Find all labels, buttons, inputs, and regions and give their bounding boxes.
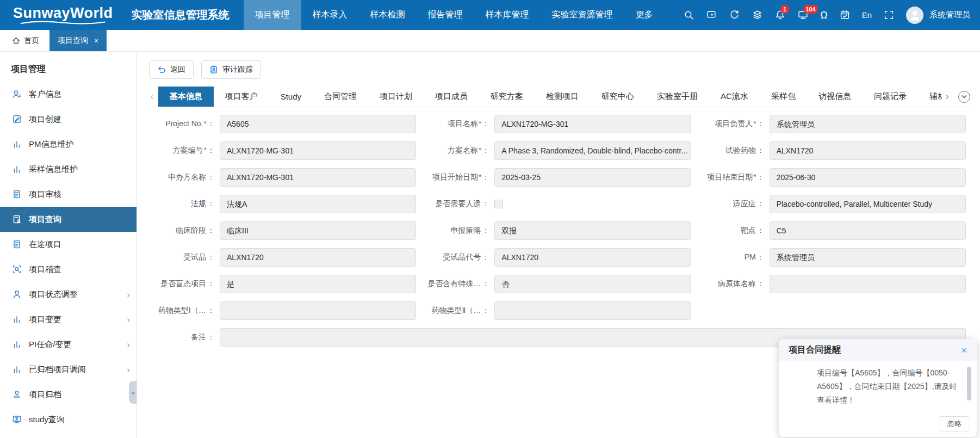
notification-body: 项目编号【A5605】，合同编号【0050-A5605】，合同结束日期【2025… xyxy=(779,361,977,416)
field-input[interactable]: 临床III xyxy=(220,221,416,240)
search-icon[interactable] xyxy=(683,9,694,21)
sidebar-item-4[interactable]: 项目审核 xyxy=(0,182,137,207)
detail-tab-0[interactable]: 基本信息 xyxy=(158,87,214,107)
app-logo[interactable]: SunwayWorld xyxy=(13,5,113,25)
sidebar-item-9[interactable]: 项目变更› xyxy=(0,307,137,332)
scan-icon xyxy=(12,264,22,274)
detail-tab-2[interactable]: Study xyxy=(269,87,313,107)
top-nav-item-1[interactable]: 样本录入 xyxy=(301,0,359,30)
field-input[interactable]: 2025-03-25 xyxy=(494,168,691,187)
scrollbar-thumb[interactable] xyxy=(967,367,971,400)
notification-footer: 忽略 xyxy=(779,416,977,437)
field-input[interactable]: Placebo-controlled, Parallel, Multicente… xyxy=(770,195,966,213)
sidebar-item-label: 项目稽查 xyxy=(29,264,61,275)
language-toggle[interactable]: En xyxy=(862,10,872,20)
calendar-check-icon[interactable] xyxy=(839,9,851,21)
field-input[interactable]: 系统管理员 xyxy=(770,248,966,267)
sidebar-item-11[interactable]: 已归档项目调阅› xyxy=(0,357,137,382)
field-input[interactable] xyxy=(494,301,691,320)
detail-tab-10[interactable]: AC流水 xyxy=(709,87,760,107)
sidebar-item-3[interactable]: 采样信息维护 xyxy=(0,157,137,182)
layers-icon[interactable] xyxy=(752,9,763,21)
detail-tab-5[interactable]: 项目成员 xyxy=(424,87,479,107)
detail-tab-13[interactable]: 问题记录 xyxy=(863,87,918,107)
detail-tab-4[interactable]: 项目计划 xyxy=(368,87,424,107)
field-input[interactable]: 双报 xyxy=(494,221,691,240)
sidebar-item-10[interactable]: PI任命/变更› xyxy=(0,332,137,357)
field-input[interactable]: 法规A xyxy=(220,195,416,213)
label-colon: ： xyxy=(482,306,489,314)
field-input[interactable]: ALXN1720 xyxy=(494,248,691,267)
back-button[interactable]: 返回 xyxy=(149,60,194,79)
field-input[interactable]: C5 xyxy=(770,221,966,240)
chart-icon xyxy=(12,139,22,149)
ignore-button[interactable]: 忽略 xyxy=(939,416,970,431)
bell-icon[interactable]: 1 xyxy=(774,9,786,21)
page-tab-active[interactable]: 项目查询 × xyxy=(49,30,107,51)
field-input[interactable]: ALXN1720 xyxy=(220,248,416,267)
top-nav-item-6[interactable]: 更多 xyxy=(624,0,665,30)
detail-tab-14[interactable]: 辅材信 xyxy=(918,87,942,107)
sidebar-item-label: 项目查询 xyxy=(29,214,61,225)
board-cursor-icon[interactable] xyxy=(706,9,717,21)
logo-wave xyxy=(13,20,113,25)
form-field: 临床阶段：临床III xyxy=(149,221,424,240)
detail-tab-9[interactable]: 实验室手册 xyxy=(646,87,709,107)
detail-tab-3[interactable]: 合同管理 xyxy=(313,87,368,107)
label-colon: ： xyxy=(482,146,489,155)
detail-tab-7[interactable]: 检测项目 xyxy=(535,87,590,107)
detail-tab-6[interactable]: 研究方案 xyxy=(479,87,535,107)
top-nav-item-5[interactable]: 实验室资源管理 xyxy=(541,0,624,30)
detail-tab-12[interactable]: 访视信息 xyxy=(807,87,863,107)
sidebar-item-1[interactable]: 项目创建 xyxy=(0,107,137,132)
collapse-tabs-icon[interactable] xyxy=(958,91,970,103)
top-nav-item-2[interactable]: 样本检测 xyxy=(359,0,417,30)
field-input[interactable]: ALXN1720-MG-301 xyxy=(220,168,416,187)
sidebar-item-0[interactable]: 客户信息 xyxy=(0,82,137,107)
screen-share-icon[interactable]: 104 xyxy=(797,9,809,21)
sidebar-item-14[interactable]: 项目问题管理 xyxy=(0,432,137,438)
avatar[interactable] xyxy=(906,7,923,24)
field-input[interactable]: 系统管理员 xyxy=(770,115,966,133)
close-icon[interactable]: × xyxy=(94,37,98,45)
omega-icon[interactable]: Ω xyxy=(820,10,827,20)
sidebar-collapse-handle[interactable]: ◂ xyxy=(129,381,137,404)
checkbox-unchecked[interactable] xyxy=(494,200,503,208)
fullscreen-icon[interactable] xyxy=(883,9,895,21)
field-input[interactable]: 否 xyxy=(494,275,691,293)
audit-trail-button[interactable]: 审计跟踪 xyxy=(201,60,261,79)
close-icon[interactable]: × xyxy=(961,346,967,355)
sidebar-item-12[interactable]: 项目归档 xyxy=(0,382,137,407)
detail-tab-label: AC流水 xyxy=(721,91,748,102)
home-tab[interactable]: 首页 xyxy=(0,30,49,51)
top-nav-label: 样本库管理 xyxy=(486,9,529,21)
field-input[interactable] xyxy=(770,275,966,293)
user-menu[interactable]: 系统管理员 xyxy=(929,10,970,20)
sidebar-item-7[interactable]: 项目稽查 xyxy=(0,257,137,282)
field-input[interactable]: A5605 xyxy=(220,115,416,133)
sidebar-item-2[interactable]: PM信息维护 xyxy=(0,132,137,157)
tabs-scroll-right-icon[interactable]: › xyxy=(942,90,950,103)
field-input[interactable]: 是 xyxy=(220,275,416,293)
field-input[interactable]: ALXN1720 xyxy=(770,141,966,160)
refresh-icon[interactable] xyxy=(729,9,740,21)
detail-tab-8[interactable]: 研究中心 xyxy=(590,87,646,107)
field-input[interactable]: ALXN1720-MG-301 xyxy=(494,115,691,133)
sidebar-item-8[interactable]: 项目状态调整› xyxy=(0,282,137,307)
field-input[interactable]: ALXN1720-MG-301 xyxy=(220,141,416,160)
page-tab-strip: 首页 项目查询 × xyxy=(0,30,980,52)
form-field: 是否需要人遗： xyxy=(424,195,698,213)
sidebar-item-5[interactable]: 项目查询 xyxy=(0,207,137,232)
top-nav-item-0[interactable]: 项目管理 xyxy=(244,0,301,30)
tabs-scroll-left-icon[interactable]: ‹ xyxy=(149,90,158,103)
sidebar-item-6[interactable]: 在途项目 xyxy=(0,232,137,257)
field-input[interactable]: A Phase 3, Randomized, Double-blind, Pla… xyxy=(494,141,691,160)
field-input[interactable] xyxy=(220,301,416,320)
detail-tab-1[interactable]: 项目客户 xyxy=(214,87,269,107)
field-input[interactable]: 2025-06-30 xyxy=(770,168,966,187)
top-nav-item-4[interactable]: 样本库管理 xyxy=(474,0,541,30)
detail-tab-11[interactable]: 采样包 xyxy=(760,87,807,107)
sidebar-item-13[interactable]: study查询 xyxy=(0,407,137,432)
form-field: 是否含有特殊…：否 xyxy=(424,275,698,293)
top-nav-item-3[interactable]: 报告管理 xyxy=(417,0,474,30)
